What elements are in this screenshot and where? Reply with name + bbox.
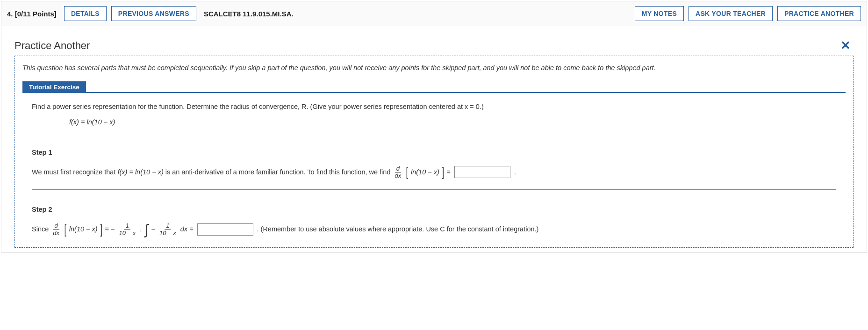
step1-pre: We must first recognize that [32,166,115,179]
question-container: 4. [0/11 Points] DETAILS PREVIOUS ANSWER… [1,1,867,253]
practice-another-button[interactable]: PRACTICE ANOTHER [777,6,861,21]
step-2-title: Step 2 [32,206,836,213]
details-button[interactable]: DETAILS [64,6,107,21]
previous-answers-button[interactable]: PREVIOUS ANSWERS [111,6,196,21]
step2-ln: ln(10 − x) [69,223,98,236]
step2-dx: dx = [180,223,194,236]
panel-title: Practice Another [14,40,90,52]
ddx-fraction-2: d dx [51,222,61,237]
ddx-num: d [395,165,401,172]
step-1-text: We must first recognize that f(x) = ln(1… [32,165,836,179]
step2-eq1: = − [105,223,115,236]
close-icon[interactable]: ✕ [838,38,854,53]
function-expression: f(x) = ln(10 − x) [69,116,836,128]
practice-panel: This question has several parts that mus… [14,56,854,248]
question-header: 4. [0/11 Points] DETAILS PREVIOUS ANSWER… [1,1,867,26]
step-1-block: Step 1 We must first recognize that f(x)… [15,133,853,190]
step2-since: Since [32,223,49,236]
left-bracket-icon-2: [ [65,223,67,236]
step-divider-2 [32,247,836,247]
exercise-prompt: Find a power series representation for t… [32,100,836,113]
frac2-den: 10 − x [158,230,178,237]
right-bracket-icon-2: ] [100,223,102,236]
my-notes-button[interactable]: MY NOTES [635,6,684,21]
frac-1-over-10mx: 1 10 − x [117,222,137,237]
exercise-body: Find a power series representation for t… [15,93,853,132]
step2-neg: − [151,223,155,236]
right-bracket-icon: ] [442,165,444,179]
step2-tail: . (Remember to use absolute values where… [257,223,539,236]
ddx2-den: dx [51,230,61,237]
step-2-text: Since d dx [ ln(10 − x) ] = − 1 10 − x ,… [32,222,836,237]
step1-mid: is an anti-derivative of a more familiar… [165,166,391,179]
frac1-num: 1 [124,222,130,230]
instruction-text: This question has several parts that mus… [15,56,853,81]
step1-tail: . [514,166,516,179]
integral-icon: ∫ [144,222,148,237]
step2-comma: , [140,223,142,236]
step-1-title: Step 1 [32,149,836,156]
tutorial-exercise-tab: Tutorial Exercise [22,81,86,93]
ddx2-num: d [53,222,59,230]
frac1-den: 10 − x [117,230,137,237]
panel-header: Practice Another ✕ [14,38,854,53]
ask-teacher-button[interactable]: ASK YOUR TEACHER [689,6,773,21]
question-label: 4. [0/11 Points] [7,10,57,18]
left-bracket-icon: [ [406,165,409,179]
step1-fx: f(x) = ln(10 − x) [117,166,163,179]
step1-ln: ln(10 − x) [411,166,439,179]
content-area: Practice Another ✕ This question has sev… [1,26,867,252]
step-2-block: Step 2 Since d dx [ ln(10 − x) ] = − 1 1… [15,190,853,247]
frac-1-over-10mx-2: 1 10 − x [158,222,178,237]
ddx-fraction: d dx [393,165,402,179]
frac2-num: 1 [165,222,171,230]
ddx-den: dx [393,172,402,179]
step1-answer-input[interactable] [454,166,510,178]
step1-equals: = [447,166,451,179]
step2-answer-input[interactable] [197,223,253,236]
source-code: SCALCET8 11.9.015.MI.SA. [204,10,294,18]
